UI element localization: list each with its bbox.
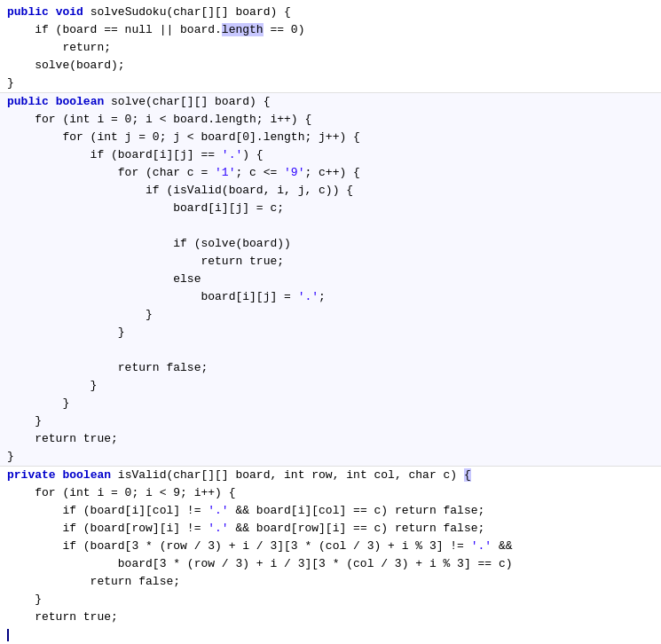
solve-method-block: public boolean solve(char[][] board) { f… (0, 92, 661, 467)
line-24: } (0, 412, 661, 430)
line-4: solve(board); (0, 57, 661, 75)
line-34: } (0, 591, 661, 609)
line-29: if (board[i][col] != '.' && board[i][col… (0, 502, 661, 520)
line-13 (0, 217, 661, 235)
line-11: if (isValid(board, i, j, c)) { (0, 182, 661, 200)
line-20 (0, 342, 661, 359)
line-7: for (int i = 0; i < board.length; i++) { (0, 111, 661, 129)
line-36 (0, 626, 661, 644)
line-16: else (0, 271, 661, 288)
line-33: return false; (0, 573, 661, 591)
line-10: for (char c = '1'; c <= '9'; c++) { (0, 164, 661, 182)
line-23: } (0, 395, 661, 412)
cursor (7, 629, 9, 641)
line-3: return; (0, 39, 661, 57)
line-2: if (board == null || board.length == 0) (0, 21, 661, 39)
line-22: } (0, 377, 661, 395)
line-28: for (int i = 0; i < 9; i++) { (0, 484, 661, 502)
line-19: } (0, 324, 661, 342)
line-15: return true; (0, 253, 661, 271)
line-12: board[i][j] = c; (0, 200, 661, 217)
isvalid-method-block: private boolean isValid(char[][] board, … (0, 467, 661, 644)
line-35: return true; (0, 609, 661, 626)
line-5: } (0, 75, 661, 92)
line-1: public void solveSudoku(char[][] board) … (0, 4, 661, 21)
line-27: private boolean isValid(char[][] board, … (0, 467, 661, 484)
line-9: if (board[i][j] == '.') { (0, 146, 661, 164)
top-method-block: public void solveSudoku(char[][] board) … (0, 4, 661, 92)
line-32: board[3 * (row / 3) + i / 3][3 * (col / … (0, 555, 661, 573)
line-14: if (solve(board)) (0, 235, 661, 253)
line-21: return false; (0, 359, 661, 377)
line-17: board[i][j] = '.'; (0, 288, 661, 306)
line-8: for (int j = 0; j < board[0].length; j++… (0, 129, 661, 146)
line-31: if (board[3 * (row / 3) + i / 3][3 * (co… (0, 538, 661, 555)
line-30: if (board[row][i] != '.' && board[row][i… (0, 520, 661, 538)
line-6: public boolean solve(char[][] board) { (0, 93, 661, 111)
line-26: } (0, 448, 661, 466)
line-25: return true; (0, 430, 661, 448)
line-18: } (0, 306, 661, 324)
code-editor: public void solveSudoku(char[][] board) … (0, 0, 661, 644)
